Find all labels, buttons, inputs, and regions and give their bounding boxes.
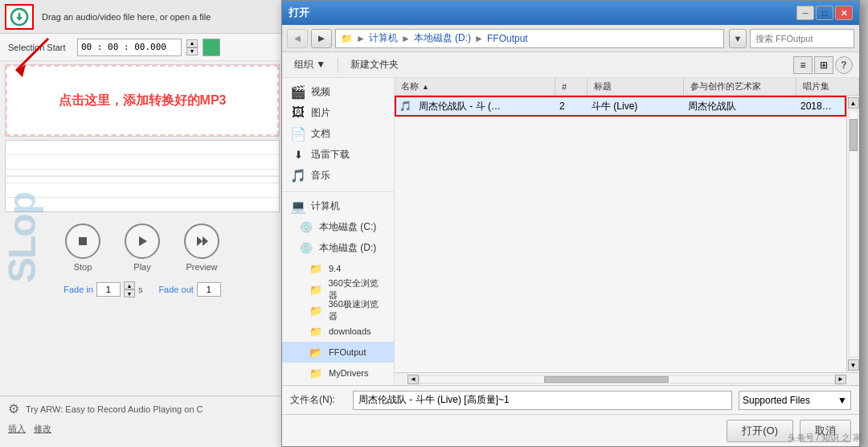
play-button[interactable]: Play — [125, 224, 160, 272]
fade-row: Fade in ▲ ▼ s Fade out — [0, 275, 285, 304]
sidebar-folder-360safe[interactable]: 📁 360安全浏览器 — [282, 279, 394, 300]
path-computer[interactable]: 计算机 — [369, 31, 398, 45]
scroll-track[interactable] — [849, 110, 858, 358]
hscroll-thumb[interactable] — [544, 376, 669, 383]
toolbar-row: 组织 ▼ 新建文件夹 ≡ ⊞ ? — [282, 52, 859, 78]
new-folder-button[interactable]: 新建文件夹 — [345, 55, 404, 74]
search-box: 🔍 — [750, 29, 854, 48]
scroll-up-button[interactable]: ▲ — [848, 97, 859, 109]
stop-label: Stop — [74, 262, 92, 272]
insert-link[interactable]: 插入 — [8, 423, 26, 435]
sidebar-item-drive-c[interactable]: 💿 本地磁盘 (C:) — [282, 216, 394, 237]
folder-downloads-icon: 📁 — [308, 326, 324, 338]
path-bar: 📁 ► 计算机 ► 本地磁盘 (D:) ► FFOutput — [335, 29, 724, 48]
sidebar-folder-9-4[interactable]: 📁 9.4 — [282, 258, 394, 279]
music-icon: 🎵 — [290, 168, 306, 183]
annotation-text: 点击这里，添加转换好的MP3 — [59, 92, 227, 109]
filetype-select[interactable]: Supported Files ▼ — [739, 391, 851, 410]
file-sidebar: 🎬 视频 🖼 图片 📄 文档 ⬇ 迅雷下载 🎵 音乐 💻 — [282, 78, 395, 385]
back-button[interactable]: ◄ — [287, 29, 308, 48]
col-header-album[interactable]: 唱片集 — [796, 78, 859, 95]
close-button[interactable]: ✕ — [835, 6, 853, 20]
fade-in-up[interactable]: ▲ — [124, 281, 135, 289]
svg-marker-2 — [16, 17, 23, 21]
drag-text: Drag an audio/video file here, or open a… — [37, 12, 280, 22]
drive-c-icon: 💿 — [298, 221, 314, 233]
time-spin-up[interactable]: ▲ — [186, 39, 198, 47]
dialog-content: 🎬 视频 🖼 图片 📄 文档 ⬇ 迅雷下载 🎵 音乐 💻 — [282, 78, 859, 385]
maximize-button[interactable]: □ — [816, 6, 833, 20]
table-row[interactable]: 🎵 周杰伦战队 - 斗 (… 2 斗牛 (Live) 周杰伦战队 2018中国好… — [395, 96, 846, 117]
path-ffoutput[interactable]: FFOutput — [487, 33, 528, 44]
minimize-button[interactable]: ─ — [796, 6, 814, 20]
sidebar-drive-d-label: 本地磁盘 (D:) — [319, 241, 376, 255]
sidebar-item-music[interactable]: 🎵 音乐 — [282, 165, 394, 186]
path-sep-1: ► — [356, 33, 366, 44]
sidebar-item-thunder[interactable]: ⬇ 迅雷下载 — [282, 144, 394, 165]
sidebar-item-drive-d[interactable]: 💿 本地磁盘 (D:) — [282, 237, 394, 258]
sidebar-item-video[interactable]: 🎬 视频 — [282, 81, 394, 102]
forward-button[interactable]: ► — [311, 29, 332, 48]
hscroll-track[interactable] — [419, 375, 835, 383]
scroll-thumb[interactable] — [850, 119, 858, 151]
view-tiles-button[interactable]: ⊞ — [814, 56, 833, 74]
filename-label: 文件名(N): — [290, 393, 346, 407]
hscroll-right-button[interactable]: ► — [835, 375, 846, 384]
col-header-title[interactable]: 标题 — [588, 78, 684, 95]
fade-in-input[interactable] — [96, 282, 121, 297]
file-album-cell: 2018中国好声音 — [794, 98, 845, 115]
open-button[interactable]: 打开(O) — [727, 420, 793, 442]
cancel-button[interactable]: 取消 — [800, 420, 851, 442]
filename-bar: 文件名(N): Supported Files ▼ — [282, 385, 859, 414]
arw-text: Try ARW: Easy to Record Audio Playing on… — [26, 404, 203, 414]
folder-mydrivers-icon: 📁 — [308, 367, 324, 379]
gear-icon[interactable]: ⚙ — [8, 401, 19, 416]
path-drive-d[interactable]: 本地磁盘 (D:) — [414, 31, 471, 45]
sidebar-folder-mydrivers[interactable]: 📁 MyDrivers — [282, 363, 394, 383]
fade-out-label: Fade out — [158, 285, 193, 294]
nav-bar: ◄ ► 📁 ► 计算机 ► 本地磁盘 (D:) ► FFOutput ▼ 🔍 — [282, 25, 859, 52]
svg-line-3 — [16, 39, 48, 71]
col-header-artist[interactable]: 参与创作的艺术家 — [684, 78, 796, 95]
filename-input[interactable] — [353, 391, 732, 410]
vertical-scrollbar[interactable]: ▲ ▼ — [846, 96, 859, 372]
sidebar-docs-label: 文档 — [311, 127, 330, 141]
col-header-name[interactable]: 名称 ▲ — [395, 78, 555, 95]
filetype-arrow-icon: ▼ — [837, 395, 847, 406]
time-spinners: ▲ ▼ — [186, 39, 198, 55]
fade-in-down[interactable]: ▼ — [124, 289, 135, 297]
organize-button[interactable]: 组织 ▼ — [289, 55, 331, 74]
search-input[interactable] — [755, 34, 866, 43]
sidebar-folder-ffoutput[interactable]: 📂 FFOutput — [282, 342, 394, 363]
download-button[interactable] — [5, 4, 34, 30]
horizontal-scrollbar[interactable]: ◄ ► — [395, 372, 859, 385]
preview-button[interactable]: Preview — [184, 224, 219, 272]
preview-label: Preview — [186, 262, 217, 272]
picture-icon: 🖼 — [290, 105, 306, 120]
sidebar-video-label: 视频 — [311, 85, 330, 99]
sidebar-folder-downloads[interactable]: 📁 downloads — [282, 321, 394, 342]
sidebar-item-docs[interactable]: 📄 文档 — [282, 123, 394, 144]
color-box[interactable] — [203, 39, 220, 56]
hscroll-left-button[interactable]: ◄ — [407, 375, 419, 384]
file-name-cell: 周杰伦战队 - 斗 (… — [412, 98, 553, 115]
sidebar-item-picture[interactable]: 🖼 图片 — [282, 102, 394, 123]
modify-link[interactable]: 修改 — [34, 423, 51, 435]
sidebar-item-computer[interactable]: 💻 计算机 — [282, 195, 394, 216]
view-buttons: ≡ ⊞ ? — [793, 56, 853, 74]
waveform-area — [5, 140, 280, 212]
selection-start-input[interactable] — [77, 39, 182, 56]
help-button[interactable]: ? — [835, 56, 853, 74]
controls-row: Stop Play Preview — [0, 215, 285, 275]
fade-in-label: Fade in — [63, 285, 93, 294]
scroll-down-button[interactable]: ▼ — [848, 359, 859, 371]
fade-out-input[interactable] — [197, 282, 221, 297]
settings-row: ⚙ Try ARW: Easy to Record Audio Playing … — [0, 396, 285, 421]
col-header-number[interactable]: # — [555, 78, 588, 95]
view-list-button[interactable]: ≡ — [793, 56, 813, 74]
path-dropdown-button[interactable]: ▼ — [729, 29, 747, 48]
time-spin-down[interactable]: ▼ — [186, 47, 198, 55]
fade-out-group: Fade out — [158, 282, 220, 297]
stop-button[interactable]: Stop — [65, 224, 100, 272]
sidebar-folder-360fast[interactable]: 📁 360极速浏览器 — [282, 300, 394, 321]
